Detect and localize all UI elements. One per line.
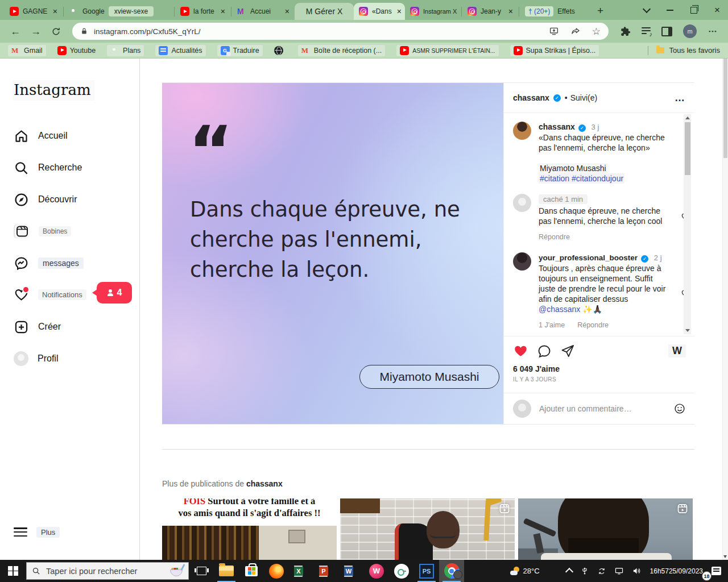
avatar[interactable] [513, 194, 531, 212]
comment-input[interactable] [538, 404, 667, 414]
bookmark-gmail[interactable]: M Gmail [8, 45, 46, 56]
comment-icon[interactable] [537, 344, 552, 359]
reply-button[interactable]: Répondre [577, 320, 609, 330]
sync-tray-item[interactable] [593, 560, 610, 582]
usb-tray-item[interactable] [576, 560, 593, 582]
bookmark-globe[interactable] [274, 46, 287, 55]
sidebar-item-decouvrir[interactable]: Découvrir [14, 191, 77, 208]
photoshop-button[interactable]: PS [414, 560, 439, 582]
close-icon[interactable]: × [397, 7, 402, 15]
start-button[interactable] [0, 560, 26, 582]
word-button[interactable]: W [339, 560, 364, 582]
bookmark-supa-strikas[interactable]: Supa Strikas | Épiso... [510, 45, 599, 56]
all-favorites-label[interactable]: Tous les favoris [669, 46, 720, 55]
tab-accueil-meta[interactable]: M Accuei × [232, 3, 295, 20]
bookmark-inbox[interactable]: M Boîte de réception (... [298, 45, 386, 56]
post-image[interactable]: “ Dans chaque épreuve, ne cherche pas l'… [162, 83, 503, 424]
network-tray-item[interactable] [610, 560, 628, 582]
more-posts-username[interactable]: chassanx [246, 479, 283, 488]
tab-google-xview[interactable]: Google xview-sexe [64, 3, 173, 20]
tab-search-chevron-icon[interactable] [643, 5, 651, 13]
file-explorer-button[interactable] [214, 560, 239, 582]
save-bookmark-icon[interactable]: W [668, 344, 686, 357]
instagram-logo[interactable]: Instagram [13, 80, 94, 101]
comments-list[interactable]: chassanx ✓ 3 j «Dans chaque épreuve, ne … [504, 113, 695, 336]
liked-heart-icon[interactable] [513, 343, 528, 359]
page-scrollbar[interactable] [722, 59, 728, 560]
excel-button[interactable]: X [289, 560, 314, 582]
clock[interactable]: 16h57 25/09/2023 [646, 560, 708, 582]
sidebar-item-messages[interactable]: messages [14, 255, 84, 272]
sidebar-item-creer[interactable]: Créer [14, 318, 61, 335]
likes-count[interactable]: 6 049 J'aime [513, 364, 686, 373]
taskbar-search-input[interactable] [45, 566, 165, 576]
task-view-button[interactable] [189, 560, 214, 582]
media-list-icon[interactable]: ♪ [642, 27, 651, 35]
comments-scrollbar[interactable] [684, 114, 691, 334]
close-icon[interactable]: × [285, 7, 289, 15]
reload-icon[interactable] [51, 27, 61, 36]
firefox-button[interactable] [264, 560, 289, 582]
scroll-down-icon[interactable] [723, 555, 727, 558]
profile-avatar[interactable]: m [683, 24, 697, 38]
close-icon[interactable]: × [53, 7, 57, 15]
scrollbar-thumb[interactable] [723, 59, 727, 158]
sidebar-item-plus[interactable]: Plus [14, 523, 60, 541]
related-post-thumbnail[interactable] [340, 498, 515, 560]
bookmark-youtube[interactable]: Youtube [57, 46, 96, 55]
minimize-icon[interactable] [667, 10, 673, 11]
share-plane-icon[interactable] [560, 344, 575, 359]
bookmark-asmr[interactable]: ASMR SUPPRIMER L'ÉTAIN... [396, 45, 498, 56]
weather-widget[interactable]: 28°C [506, 560, 544, 582]
mention-link[interactable]: @chassanx [539, 305, 580, 314]
close-icon[interactable]: × [221, 7, 225, 15]
filmora-button[interactable]: W [364, 560, 389, 582]
related-post-thumbnail[interactable] [518, 498, 693, 560]
action-center-button[interactable]: 18 [708, 560, 728, 582]
scrollbar-thumb[interactable] [685, 122, 690, 175]
caption-hashtags[interactable]: #citation #citationdujour [539, 173, 624, 184]
sidebar-item-profil[interactable]: Profil [14, 350, 58, 367]
emoji-smiley-icon[interactable] [673, 402, 686, 415]
powerpoint-button[interactable]: P [314, 560, 339, 582]
comment-username[interactable]: your_professional_booster [539, 253, 638, 262]
taskbar-search[interactable] [26, 562, 189, 580]
tab-instagram[interactable]: Instagram X [405, 3, 461, 20]
bookmark-plans[interactable]: Plans [107, 45, 144, 56]
comment-username[interactable]: chassanx [539, 122, 575, 131]
post-options-icon[interactable]: … [675, 92, 685, 104]
chrome-button[interactable] [439, 560, 464, 582]
scroll-up-icon[interactable] [685, 117, 690, 119]
forward-icon[interactable]: → [31, 26, 41, 38]
microsoft-store-button[interactable] [239, 560, 264, 582]
tab-jean[interactable]: Jean-y × [462, 3, 518, 20]
close-window-icon[interactable]: × [714, 5, 720, 15]
share-icon[interactable] [570, 26, 581, 36]
related-post-thumbnail[interactable]: FOIS Surtout à votre famille et à vos am… [162, 498, 337, 560]
side-panel-icon[interactable] [661, 27, 672, 36]
comment-likes[interactable]: 1 J'aime [539, 320, 565, 330]
browser-menu-icon[interactable]: ⋮ [708, 27, 718, 36]
sidebar-item-bobines[interactable]: Bobines [14, 223, 71, 240]
url-text[interactable]: instagram.com/p/Cxfu5K_qYrL/ [94, 27, 543, 36]
tab-gerer[interactable]: M Gérer X [295, 3, 354, 20]
bookmark-traduire[interactable]: G Traduire [217, 45, 263, 56]
scroll-down-icon[interactable] [685, 329, 690, 332]
reply-button[interactable]: Répondre [539, 232, 667, 242]
tab-effets[interactable]: † (20+) Effets [520, 3, 593, 20]
tab-gagne[interactable]: GAGNE × [5, 3, 63, 20]
avatar[interactable] [513, 122, 531, 140]
sidebar-item-notifications[interactable]: Notifications [14, 286, 86, 303]
close-icon[interactable]: × [508, 7, 513, 15]
tab-dans-active[interactable]: «Dans × [354, 3, 405, 20]
avatar[interactable] [513, 252, 531, 271]
bookmark-star-icon[interactable]: ☆ [592, 26, 601, 38]
notification-count-badge[interactable]: 4 [97, 282, 132, 304]
back-icon[interactable]: ← [10, 26, 20, 38]
volume-tray-item[interactable] [628, 560, 646, 582]
extensions-puzzle-icon[interactable] [620, 26, 631, 37]
tray-expand-button[interactable] [544, 560, 576, 582]
address-bar[interactable]: instagram.com/p/Cxfu5K_qYrL/ ☆ [72, 23, 609, 40]
sidebar-item-accueil[interactable]: Accueil [14, 127, 68, 144]
post-username[interactable]: chassanx [513, 93, 549, 102]
